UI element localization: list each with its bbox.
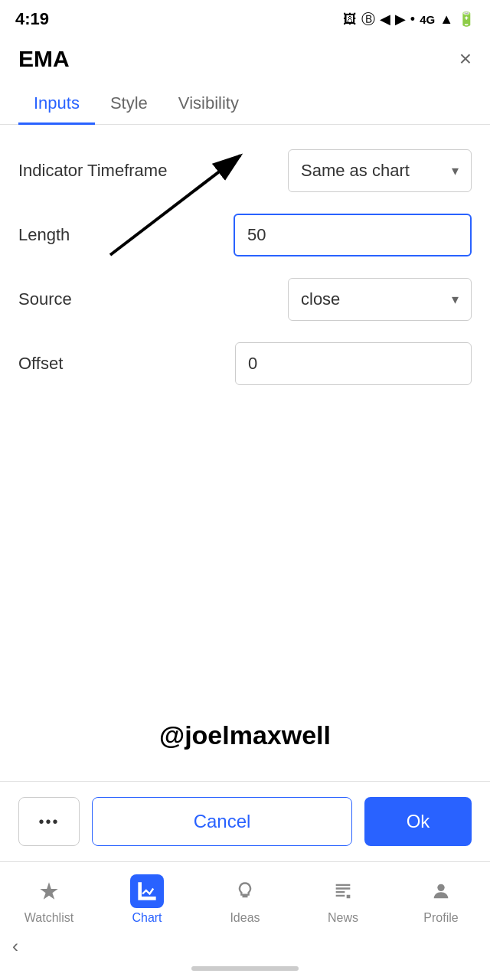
nav-item-profile[interactable]: Profile: [392, 870, 490, 929]
source-select[interactable]: close ▾: [288, 278, 472, 321]
chart-nav-label: Chart: [132, 911, 162, 925]
offset-row: Offset: [18, 342, 472, 385]
indicator-timeframe-label: Indicator Timeframe: [18, 161, 167, 181]
status-icons: 🖼 Ⓑ ◀ ▶ • 4G ▲ 🔋: [343, 10, 475, 28]
dot-icon: •: [410, 11, 415, 28]
source-row: Source close ▾: [18, 278, 472, 321]
length-row: Length: [18, 214, 472, 256]
nav-item-chart[interactable]: Chart: [98, 870, 196, 929]
tabs-bar: Inputs Style Visibility: [0, 84, 490, 125]
indicator-timeframe-row: Indicator Timeframe Same as chart ▾: [18, 149, 472, 192]
news-nav-label: News: [328, 911, 358, 925]
ideas-nav-label: Ideas: [230, 911, 260, 925]
ok-button[interactable]: Ok: [364, 797, 472, 846]
b-icon: Ⓑ: [361, 10, 375, 28]
watchlist-nav-label: Watchlist: [24, 911, 74, 925]
chevron-down-icon: ▾: [452, 162, 459, 179]
photo-icon: 🖼: [343, 11, 357, 28]
status-time: 4:19: [15, 9, 49, 29]
nav-item-watchlist[interactable]: Watchlist: [0, 870, 98, 929]
tab-inputs[interactable]: Inputs: [18, 84, 95, 125]
watchlist-nav-icon: [32, 874, 66, 908]
svg-point-2: [437, 884, 444, 891]
close-button[interactable]: ×: [459, 48, 472, 70]
tab-style[interactable]: Style: [95, 84, 163, 125]
inputs-content: Indicator Timeframe Same as chart ▾ Leng…: [0, 125, 490, 675]
page-title: EMA: [18, 46, 70, 72]
source-label: Source: [18, 289, 72, 309]
bottom-nav: Watchlist Chart Ideas News Profile: [0, 861, 490, 933]
chart-nav-icon: [130, 874, 164, 908]
header: EMA ×: [0, 38, 490, 84]
back-chevron-icon[interactable]: ‹: [12, 936, 18, 957]
back-area: ‹: [0, 933, 490, 960]
cancel-button[interactable]: Cancel: [92, 797, 352, 846]
news-nav-icon: [326, 874, 360, 908]
nav-item-news[interactable]: News: [294, 870, 392, 929]
length-input[interactable]: [234, 214, 472, 256]
battery-icon: 🔋: [458, 11, 475, 28]
youtube-icon: ▶: [395, 11, 406, 28]
home-indicator: [0, 960, 490, 980]
status-bar: 4:19 🖼 Ⓑ ◀ ▶ • 4G ▲ 🔋: [0, 0, 490, 38]
offset-label: Offset: [18, 354, 63, 374]
source-value: close: [301, 289, 340, 309]
bottom-actions: ••• Cancel Ok: [0, 781, 490, 861]
nav-icon-status: ◀: [380, 11, 390, 28]
length-label: Length: [18, 225, 70, 245]
watermark: @joelmaxwell: [0, 675, 490, 781]
signal-bars: ▲: [439, 11, 453, 28]
indicator-timeframe-select[interactable]: Same as chart ▾: [288, 149, 472, 192]
signal-4g: 4G: [420, 13, 435, 26]
nav-item-ideas[interactable]: Ideas: [196, 870, 294, 929]
tab-visibility[interactable]: Visibility: [163, 84, 254, 125]
home-bar: [191, 966, 299, 971]
offset-input[interactable]: [235, 342, 472, 385]
source-chevron-icon: ▾: [452, 291, 459, 308]
profile-nav-label: Profile: [423, 911, 458, 925]
ideas-nav-icon: [228, 874, 262, 908]
profile-nav-icon: [424, 874, 458, 908]
more-button[interactable]: •••: [18, 797, 80, 846]
indicator-timeframe-value: Same as chart: [301, 161, 410, 181]
